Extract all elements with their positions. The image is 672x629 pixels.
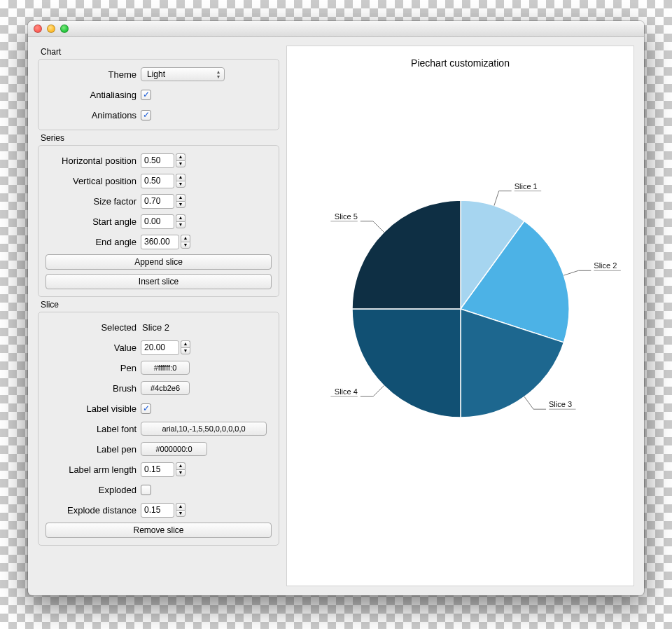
hpos-stepper[interactable]: ▲▼ <box>141 153 186 168</box>
size-down[interactable]: ▼ <box>176 201 186 208</box>
antialiasing-label: Antialiasing <box>46 90 141 100</box>
end-label: End angle <box>46 237 141 247</box>
value-stepper[interactable]: ▲▼ <box>141 340 190 355</box>
remove-slice-button[interactable]: Remove slice <box>46 523 272 538</box>
slice-label: Slice 1 <box>514 182 537 191</box>
chart-title: Piechart customization <box>287 57 634 69</box>
vpos-down[interactable]: ▼ <box>176 181 186 188</box>
leader-line <box>564 270 591 275</box>
antialiasing-checkbox[interactable]: ✓ <box>141 90 151 100</box>
series-group: Series Horizontal position ▲▼ Vertical p… <box>38 133 279 297</box>
theme-select[interactable]: Light ▴▾ <box>141 67 225 81</box>
titlebar <box>28 21 644 37</box>
pen-label: Pen <box>46 363 141 373</box>
slice-label: Slice 4 <box>334 387 357 396</box>
hpos-input[interactable] <box>141 153 174 168</box>
close-icon[interactable] <box>34 25 42 33</box>
size-input[interactable] <box>141 194 174 209</box>
explodedist-input[interactable] <box>141 503 174 518</box>
leader-line <box>360 221 384 233</box>
minimize-icon[interactable] <box>47 25 55 33</box>
end-stepper[interactable]: ▲▼ <box>141 235 190 249</box>
start-input[interactable] <box>141 214 174 229</box>
explodedist-down[interactable]: ▼ <box>176 510 186 517</box>
exploded-label: Exploded <box>46 485 141 495</box>
labelvis-checkbox[interactable]: ✓ <box>141 403 151 414</box>
theme-label: Theme <box>46 69 141 80</box>
size-label: Size factor <box>46 196 141 207</box>
chart-group: Chart Theme Light ▴▾ Antialiasing ✓ <box>38 47 279 130</box>
vpos-up[interactable]: ▲ <box>176 174 186 181</box>
labelarm-label: Label arm length <box>46 464 141 475</box>
size-up[interactable]: ▲ <box>176 194 186 201</box>
hpos-down[interactable]: ▼ <box>176 160 186 167</box>
app-window: Chart Theme Light ▴▾ Antialiasing ✓ <box>28 21 644 595</box>
append-slice-button[interactable]: Append slice <box>46 254 272 270</box>
vpos-stepper[interactable]: ▲▼ <box>141 174 186 188</box>
animations-checkbox[interactable]: ✓ <box>141 110 151 120</box>
leader-line <box>493 191 511 206</box>
exploded-checkbox[interactable]: ✓ <box>141 485 151 495</box>
labelarm-input[interactable] <box>141 462 174 477</box>
pen-button[interactable]: #ffffff:0 <box>141 361 190 375</box>
explodedist-up[interactable]: ▲ <box>176 503 186 510</box>
theme-value: Light <box>147 69 165 79</box>
labelfont-label: Label font <box>46 424 141 434</box>
controls-pane: Chart Theme Light ▴▾ Antialiasing ✓ <box>38 46 279 586</box>
leader-line <box>524 396 546 409</box>
zoom-icon[interactable] <box>60 25 69 33</box>
labelfont-button[interactable]: arial,10,-1,5,50,0,0,0,0,0 <box>141 422 267 436</box>
series-group-title: Series <box>41 133 279 143</box>
animations-label: Animations <box>46 110 141 120</box>
pie-slice[interactable] <box>352 200 461 309</box>
brush-label: Brush <box>46 383 141 394</box>
end-down[interactable]: ▼ <box>181 242 190 249</box>
pie-slice[interactable] <box>352 309 461 417</box>
value-up[interactable]: ▲ <box>181 340 190 347</box>
slice-label: Slice 5 <box>334 212 357 221</box>
chart-group-title: Chart <box>41 47 279 57</box>
slice-group-title: Slice <box>41 300 279 310</box>
vpos-input[interactable] <box>141 174 174 188</box>
explodedist-label: Explode distance <box>46 505 141 516</box>
start-up[interactable]: ▲ <box>176 214 186 221</box>
pie-chart: Slice 1Slice 2Slice 3Slice 4Slice 5 <box>286 113 636 505</box>
end-up[interactable]: ▲ <box>181 235 190 242</box>
brush-button[interactable]: #4cb2e6 <box>141 381 190 395</box>
start-stepper[interactable]: ▲▼ <box>141 214 186 229</box>
slice-label: Slice 2 <box>594 261 617 270</box>
slice-label: Slice 3 <box>549 400 572 408</box>
labelpen-button[interactable]: #000000:0 <box>141 442 207 456</box>
labelpen-label: Label pen <box>46 444 141 455</box>
leader-line <box>360 386 384 397</box>
size-stepper[interactable]: ▲▼ <box>141 194 186 209</box>
labelvis-label: Label visible <box>46 403 141 414</box>
value-input[interactable] <box>141 340 179 355</box>
selected-value: Slice 2 <box>141 322 169 333</box>
labelarm-stepper[interactable]: ▲▼ <box>141 462 186 477</box>
hpos-up[interactable]: ▲ <box>176 153 186 160</box>
value-label: Value <box>46 343 141 353</box>
end-input[interactable] <box>141 235 179 249</box>
hpos-label: Horizontal position <box>46 155 141 166</box>
selected-label: Selected <box>46 322 141 333</box>
insert-slice-button[interactable]: Insert slice <box>46 274 272 289</box>
chart-canvas: Piechart customization Slice 1Slice 2Sli… <box>286 46 634 586</box>
chevron-updown-icon: ▴▾ <box>217 69 220 79</box>
labelarm-up[interactable]: ▲ <box>176 462 186 469</box>
start-down[interactable]: ▼ <box>176 221 186 228</box>
explodedist-stepper[interactable]: ▲▼ <box>141 503 186 518</box>
start-label: Start angle <box>46 216 141 227</box>
labelarm-down[interactable]: ▼ <box>176 469 186 476</box>
value-down[interactable]: ▼ <box>181 347 190 354</box>
slice-group: Slice Selected Slice 2 Value ▲▼ P <box>38 300 279 546</box>
vpos-label: Vertical position <box>46 176 141 186</box>
content: Chart Theme Light ▴▾ Antialiasing ✓ <box>28 37 644 595</box>
